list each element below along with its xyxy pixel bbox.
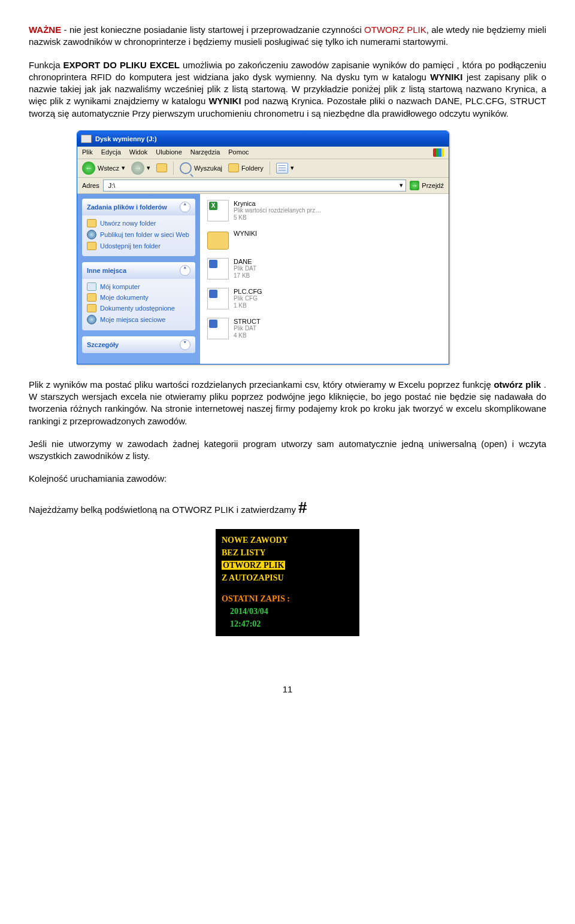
menu-fav[interactable]: Ulubione (156, 148, 181, 157)
explorer-menubar: Plik Edycja Widok Ulubione Narzędzia Pom… (77, 147, 449, 159)
place-network[interactable]: Moje miejsca sieciowe (87, 314, 190, 326)
window-title: Dysk wymienny (J:) (95, 135, 157, 142)
drive-icon (81, 135, 92, 143)
place-shared-docs[interactable]: Dokumenty udostępnione (87, 303, 190, 314)
go-button[interactable]: → Przejdź (410, 181, 444, 190)
windows-flag-icon (433, 148, 444, 157)
task-share[interactable]: Udostępnij ten folder (87, 241, 190, 251)
computer-icon (87, 282, 96, 291)
menu-status-date: 2014/03/04 (230, 605, 353, 618)
warning-paragraph: WAŻNE - nie jest konieczne posiadanie li… (29, 24, 546, 48)
device-menu: NOWE ZAWODY BEZ LISTY OTWORZ PLIK Z AUTO… (216, 529, 359, 636)
details-panel-header[interactable]: Szczegóły ˅ (82, 336, 195, 353)
go-arrow-icon: → (410, 181, 419, 190)
share-icon (87, 242, 96, 250)
tasks-panel-header[interactable]: Zadania plików i folderów ˄ (82, 199, 195, 215)
views-icon (276, 163, 288, 174)
address-value: J:\ (108, 182, 116, 189)
explorer-file-list: Krynica Plik wartości rozdzielanych prz…… (200, 194, 449, 364)
tasks-panel: Zadania plików i folderów ˄ Utwórz nowy … (82, 199, 195, 256)
export-paragraph: Funkcja EXPORT DO PLIKU EXCEL umożliwia … (29, 59, 546, 120)
folder-icon (87, 219, 96, 227)
place-my-computer[interactable]: Mój komputer (87, 281, 190, 292)
csv-paragraph: Plik z wyników ma postać pliku wartości … (29, 379, 546, 427)
explorer-window: Dysk wymienny (J:) Plik Edycja Widok Ulu… (77, 130, 449, 364)
views-button[interactable]: ▾ (276, 163, 294, 174)
folder-icon (207, 232, 229, 250)
menu-item-bez-listy[interactable]: BEZ LISTY (222, 546, 353, 559)
forward-arrow-icon: → (131, 162, 144, 175)
folder-icon (87, 293, 96, 302)
chevron-down-icon: ▾ (290, 164, 294, 172)
explorer-sidebar: Zadania plików i folderów ˄ Utwórz nowy … (77, 194, 200, 364)
menu-item-z-autozapisu[interactable]: Z AUTOZAPISU (222, 572, 353, 584)
explorer-titlebar[interactable]: Dysk wymienny (J:) (77, 131, 449, 147)
toolbar-separator (173, 162, 174, 175)
otworz-plik-red: OTWORZ PLIK (364, 25, 426, 35)
details-panel: Szczegóły ˅ (82, 336, 195, 353)
places-panel: Inne miejsca ˄ Mój komputer Moje dokumen… (82, 262, 195, 330)
menu-edit[interactable]: Edycja (101, 148, 121, 157)
place-my-docs[interactable]: Moje dokumenty (87, 292, 190, 303)
menu-status-time: 12:47:02 (230, 618, 353, 630)
globe-icon (87, 230, 96, 239)
menu-help[interactable]: Pomoc (228, 148, 249, 157)
menu-item-otworz-plik[interactable]: OTWORZ PLIK (222, 561, 285, 570)
explorer-toolbar: ← Wstecz ▾ → ▾ Wyszukaj Foldery ▾ (77, 159, 449, 178)
task-new-folder[interactable]: Utwórz nowy folder (87, 218, 190, 229)
warning-label: WAŻNE (29, 25, 61, 35)
network-icon (87, 315, 96, 324)
folders-button[interactable]: Foldery (228, 163, 264, 172)
folder-wyniki[interactable]: WYNIKI (207, 230, 441, 250)
chevron-down-icon: ▾ (147, 164, 150, 172)
excel-file-icon (207, 200, 229, 221)
toolbar-separator (270, 162, 270, 175)
folders-icon (228, 163, 239, 172)
search-button[interactable]: Wyszukaj (180, 162, 222, 174)
menu-status-label: OSTATNI ZAPIS : (222, 592, 353, 605)
hash-symbol: # (298, 498, 307, 516)
cfg-file-icon (207, 288, 229, 309)
up-button[interactable] (156, 163, 167, 172)
task-publish[interactable]: Publikuj ten folder w sieci Web (87, 229, 190, 241)
file-dane[interactable]: DANE Plik DAT 17 KB (207, 258, 441, 279)
back-arrow-icon: ← (82, 162, 95, 175)
expand-icon: ˅ (180, 339, 190, 350)
chevron-down-icon: ▾ (122, 164, 125, 172)
folder-icon (87, 304, 96, 312)
menu-file[interactable]: Plik (82, 148, 93, 157)
back-button[interactable]: ← Wstecz ▾ (82, 162, 125, 175)
export-bold: EXPORT DO PLIKU EXCEL (63, 60, 180, 70)
search-icon (180, 162, 192, 174)
collapse-icon: ˄ (180, 265, 190, 276)
dat-file-icon (207, 258, 229, 279)
places-panel-header[interactable]: Inne miejsca ˄ (82, 262, 195, 279)
menu-item-nowe-zawody[interactable]: NOWE ZAWODY (222, 534, 353, 546)
auto-category-paragraph: Jeśli nie utworzymy w zawodach żadnej ka… (29, 438, 546, 463)
dat-file-icon (207, 318, 229, 339)
address-input[interactable]: J:\ ▾ (103, 180, 407, 192)
chevron-down-icon[interactable]: ▾ (400, 181, 403, 189)
file-krynica[interactable]: Krynica Plik wartości rozdzielanych prz…… (207, 200, 441, 221)
explorer-addressbar: Adres J:\ ▾ → Przejdź (77, 178, 449, 194)
address-label: Adres (82, 182, 99, 189)
menu-view[interactable]: Widok (129, 148, 148, 157)
forward-button[interactable]: → ▾ (131, 162, 150, 175)
file-struct[interactable]: STRUCT Plik DAT 4 KB (207, 318, 441, 339)
sequence-heading: Kolejność uruchamiania zawodów: (29, 473, 546, 485)
instruction-line: Najeżdżamy belką podświetloną na OTWORZ … (29, 496, 546, 519)
collapse-icon: ˄ (180, 202, 190, 212)
page-number: 11 (29, 684, 546, 694)
folder-up-icon (156, 163, 167, 172)
file-plc-cfg[interactable]: PLC.CFG Plik CFG 1 KB (207, 288, 441, 309)
menu-tools[interactable]: Narzędzia (190, 148, 220, 157)
